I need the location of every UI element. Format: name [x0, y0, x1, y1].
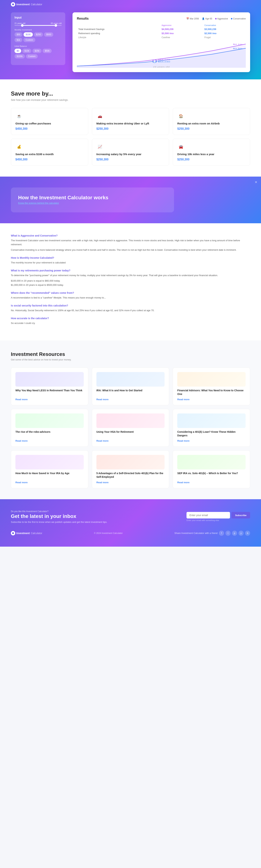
resource-img-7: [15, 455, 84, 469]
save-more-subtitle: See how you can increase your retirement…: [11, 98, 250, 101]
resources-section: Investment Resources Get some of the bes…: [0, 340, 261, 499]
faq-q-6[interactable]: How accurate is the calculator?: [11, 317, 250, 320]
read-more-8[interactable]: Read more: [97, 481, 165, 484]
faq-q-4[interactable]: Where does the "recommended" values come…: [11, 291, 250, 294]
monthly-btn-500[interactable]: $500: [44, 32, 53, 37]
resource-img-2: [97, 372, 165, 386]
faq-q-1[interactable]: What is Aggressive and Conservative?: [11, 234, 250, 237]
results-tag-date: 📅 Mar 2056: [186, 18, 199, 20]
monthly-btn-50[interactable]: $50: [14, 32, 23, 37]
read-more-6[interactable]: Read more: [177, 439, 246, 442]
monthly-btn-1k[interactable]: $1k: [14, 38, 22, 42]
card-airbnb[interactable]: 🏠 Renting an extra room on Airbnb $250,3…: [173, 108, 250, 135]
resource-card-4[interactable]: The rise of the robo-advisors Read more: [11, 409, 88, 447]
results-tag-age: 👤 Age 65: [202, 18, 212, 20]
read-more-9[interactable]: Read more: [177, 481, 246, 484]
resource-card-9[interactable]: SEP IRA vs. Solo 401(k) – Which Is Bette…: [173, 451, 250, 488]
footer: Do you like this Investment Calculator? …: [0, 499, 261, 547]
initial-btn-100k[interactable]: $100k: [14, 54, 25, 59]
read-more-2[interactable]: Read more: [97, 398, 165, 401]
how-title: How the Investment Calculator works: [18, 195, 167, 200]
age-slider[interactable]: [14, 25, 62, 26]
svg-text:$4.1m: $4.1m: [233, 43, 243, 45]
read-more-1[interactable]: Read more: [15, 398, 84, 401]
initial-btn-25k[interactable]: $25k: [32, 49, 41, 53]
read-more-3[interactable]: Read more: [177, 398, 246, 401]
coffee-icon: ☕: [15, 113, 23, 120]
faq-q-3[interactable]: What is my retirements purchasing power …: [11, 269, 250, 272]
footer-cta: Do you like this Investment Calculator? …: [11, 510, 250, 523]
monthly-btn-250[interactable]: $250: [34, 32, 43, 37]
faq-item-4: Where does the "recommended" values come…: [11, 291, 250, 300]
card-salary[interactable]: 📈 Increasing salary by 5% every year $25…: [92, 138, 169, 166]
initial-btn-10k[interactable]: $10k: [22, 49, 31, 53]
car-icon: 🚗: [97, 113, 104, 120]
calendar-icon: 📅: [186, 18, 189, 20]
results-table: Aggressive Conservative Total Investment…: [77, 24, 246, 39]
resource-img-1: [15, 372, 84, 386]
svg-point-8: [12, 532, 14, 534]
faq-section: What is Aggressive and Conservative? The…: [0, 223, 261, 340]
initial-btn-0[interactable]: $0: [14, 49, 21, 53]
resource-title-5: Using Your HSA for Retirement: [97, 430, 165, 434]
initial-btn-50k[interactable]: $50k: [43, 49, 52, 53]
card-coffee[interactable]: ☕ Giving up coffee purchases $450,300: [11, 108, 88, 135]
age-slider-left-thumb[interactable]: [21, 24, 24, 27]
faq-item-5: Is social security factored into this ca…: [11, 304, 250, 312]
hero-section: Investment Calculator Input 21 years old…: [0, 0, 261, 80]
age-row: 21 years old 65 years old: [14, 22, 62, 24]
faq-a-2: The monthly income for your retirement i…: [11, 261, 250, 265]
footer-logo-icon: [11, 531, 15, 535]
youtube-icon[interactable]: y: [238, 531, 244, 536]
read-more-4[interactable]: Read more: [15, 439, 84, 442]
resource-card-1[interactable]: Why You May Need LESS in Retirement Than…: [11, 368, 88, 405]
how-subtitle-link[interactable]: Know the science behind the calculator: [18, 202, 167, 205]
footer-logo: Investment Calculator: [11, 531, 42, 535]
save-more-cards: ☕ Giving up coffee purchases $450,300 🚗 …: [11, 108, 250, 166]
age-right-label: 65 years old: [51, 22, 62, 24]
email-input[interactable]: [187, 512, 230, 519]
resource-card-7[interactable]: How Much to Have Saved in Your IRA by Ag…: [11, 451, 88, 488]
monthly-btn-100[interactable]: $100: [24, 32, 33, 37]
input-panel: Input 21 years old 65 years old Monthly …: [11, 12, 65, 65]
initial-options: $0 $10k $25k $50k $100k Custom: [14, 49, 62, 59]
chart-icon: 📈: [97, 143, 104, 150]
resource-card-3[interactable]: Financial Advisors: What You Need to Kno…: [173, 368, 250, 405]
faq-q-2[interactable]: How is Monthly Income Calculated?: [11, 256, 250, 259]
facebook-icon[interactable]: f: [219, 531, 224, 536]
pinterest-icon[interactable]: p: [232, 531, 237, 536]
logo-text: Investment: [16, 3, 30, 6]
svg-text:$54,040: $54,040: [158, 61, 170, 63]
resource-card-5[interactable]: Using Your HSA for Retirement Read more: [92, 409, 169, 447]
resource-card-8[interactable]: 5 Advantages of a Self-Directed Solo 401…: [92, 451, 169, 488]
resource-card-2[interactable]: IRA: What It Is and How to Get Started R…: [92, 368, 169, 405]
monthly-options: $50 $100 $250 $500 $1k Custom: [14, 32, 62, 42]
blog-icon[interactable]: b: [245, 531, 250, 536]
resource-img-3: [177, 372, 246, 386]
table-row-spending: Retirement spending $3,500 /mo $2,500 /m…: [77, 31, 246, 35]
close-button[interactable]: ✕: [255, 180, 257, 184]
resource-card-6[interactable]: Considering a 401(k) Loan? Know These Hi…: [173, 409, 250, 447]
initial-btn-custom[interactable]: Custom: [26, 54, 38, 59]
card-savings[interactable]: 💰 Saving an extra $100 a month $450,300: [11, 138, 88, 166]
faq-a-4: A recommendation is tied to a "carefree"…: [11, 296, 250, 300]
results-panel: Results 📅 Mar 2056 👤 Age 65 Aggressive: [73, 12, 250, 72]
card-driving[interactable]: 🚘 Driving 10k miles less a year $250,300: [173, 138, 250, 166]
save-more-section: Save more by... See how you can increase…: [0, 80, 261, 177]
resources-subtitle: Get some of the best advice on how to in…: [11, 358, 250, 361]
age-slider-right-thumb[interactable]: [54, 24, 57, 27]
logo-sub: Calculator: [31, 3, 42, 6]
resource-title-8: 5 Advantages of a Self-Directed Solo 401…: [97, 472, 165, 479]
results-chart: $64,040 $54,040 $4.1m $3.5m 29 years old: [77, 42, 246, 68]
twitter-icon[interactable]: t: [225, 531, 230, 536]
monthly-btn-custom[interactable]: Custom: [24, 38, 35, 42]
card-driving-amount: $250,300: [177, 158, 246, 161]
read-more-7[interactable]: Read more: [15, 481, 84, 484]
monthly-label: Monthly Investment: [14, 29, 62, 31]
resource-title-4: The rise of the robo-advisors: [15, 430, 84, 434]
footer-copyright: © 2024 Investment Calculator: [94, 532, 122, 534]
read-more-5[interactable]: Read more: [97, 439, 165, 442]
card-uber[interactable]: 🚗 Making extra income driving Uber or Ly…: [92, 108, 169, 135]
subscribe-button[interactable]: Subscribe: [231, 512, 250, 519]
faq-q-5[interactable]: Is social security factored into this ca…: [11, 304, 250, 307]
